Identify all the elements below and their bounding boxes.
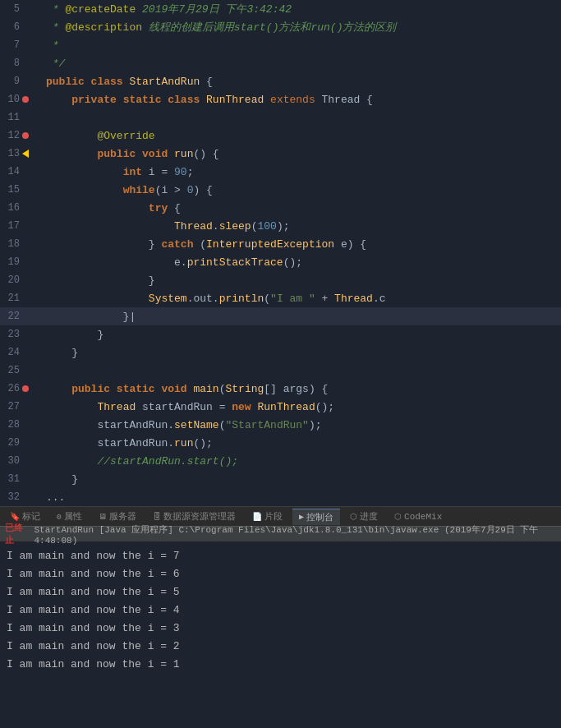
code-line: 24 } — [0, 343, 561, 362]
status-stopped: 已终止 — [5, 522, 30, 546]
code-line: 8 */ — [0, 54, 561, 72]
tab-控制台[interactable]: ▶控制台 — [292, 509, 340, 525]
code-text: } — [39, 347, 554, 359]
code-text: * — [39, 39, 554, 52]
code-text: }| — [39, 311, 554, 323]
code-line: 7 * — [0, 36, 561, 54]
code-text: } — [39, 473, 554, 486]
code-text: } — [39, 274, 554, 287]
code-text: ... — [39, 491, 554, 504]
tab-进度[interactable]: ⬡进度 — [343, 509, 384, 524]
code-line: 31 } — [0, 470, 561, 488]
code-text: @Override — [39, 130, 554, 142]
console-icon: ▶ — [299, 512, 304, 522]
code-text: System.out.println("I am " + Thread.c — [39, 293, 554, 305]
code-text: e.printStackTrace(); — [39, 256, 554, 269]
code-line: 22 }| — [0, 307, 561, 325]
tab-属性[interactable]: ⚙属性 — [50, 509, 89, 524]
code-line: 19 e.printStackTrace(); — [0, 253, 561, 271]
console-line: I am main and now the i = 7 — [7, 547, 554, 565]
snippet-icon: 📄 — [252, 512, 262, 522]
console-output: I am main and now the i = 7I am main and… — [0, 542, 561, 679]
code-line: 15 while(i > 0) { — [0, 181, 561, 199]
status-info: StartAndRun [Java 应用程序] C:\Program Files… — [34, 523, 556, 546]
code-text: Thread.sleep(100); — [39, 220, 554, 233]
code-line: 29 startAndRun.run(); — [0, 434, 561, 452]
code-text: startAndRun.setName("StartAndRun"); — [39, 419, 554, 431]
code-text: //startAndRun.start(); — [39, 455, 554, 468]
code-text: try { — [39, 202, 554, 214]
server-icon: 🖥 — [99, 512, 107, 522]
code-line: 11 — [0, 108, 561, 127]
code-line: 21 System.out.println("I am " + Thread.c — [0, 289, 561, 307]
tab-label: CodeMix — [404, 512, 442, 522]
breakpoint-dot[interactable] — [22, 96, 29, 103]
code-text: */ — [39, 58, 554, 70]
code-line: 25 — [0, 362, 561, 380]
code-line: 9public class StartAndRun { — [0, 72, 561, 90]
status-bar: 已终止 StartAndRun [Java 应用程序] C:\Program F… — [0, 526, 561, 542]
tab-label: 属性 — [64, 510, 82, 523]
code-line: 27 Thread startAndRun = new RunThread(); — [0, 398, 561, 416]
tab-数据源资源管理器[interactable]: 🗄数据源资源管理器 — [146, 509, 242, 524]
console-line: I am main and now the i = 2 — [7, 638, 554, 656]
tab-CodeMix[interactable]: ⬡CodeMix — [388, 510, 448, 523]
code-text: Thread startAndRun = new RunThread(); — [39, 401, 554, 413]
code-text: } catch (InterruptedException e) { — [39, 238, 554, 251]
current-line-indicator — [22, 150, 29, 158]
code-text: public static void main(String[] args) { — [39, 383, 554, 395]
properties-icon: ⚙ — [57, 512, 62, 522]
code-line: 10 private static class RunThread extend… — [0, 90, 561, 108]
code-line: 16 try { — [0, 199, 561, 217]
code-editor: 5 * @createDate 2019年7月29日 下午3:42:426 * … — [0, 0, 561, 506]
tab-label: 服务器 — [109, 510, 136, 523]
code-line: 14 int i = 90; — [0, 163, 561, 181]
code-line: 13 public void run() { — [0, 145, 561, 163]
console-line: I am main and now the i = 6 — [7, 565, 554, 583]
code-line: 20 } — [0, 271, 561, 289]
code-line: 32... — [0, 488, 561, 506]
tab-label: 片段 — [264, 510, 283, 523]
tab-label: 数据源资源管理器 — [163, 510, 236, 523]
bookmark-icon: 🔖 — [10, 512, 20, 522]
console-line: I am main and now the i = 3 — [7, 620, 554, 638]
codemix-icon: ⬡ — [394, 512, 402, 522]
code-text: private static class RunThread extends T… — [39, 94, 554, 106]
code-line: 12 @Override — [0, 127, 561, 145]
tab-label: 进度 — [360, 510, 378, 523]
code-line: 18 } catch (InterruptedException e) { — [0, 235, 561, 253]
tab-label: 控制台 — [306, 511, 333, 523]
code-line: 17 Thread.sleep(100); — [0, 217, 561, 235]
tab-label: 标记 — [22, 510, 40, 523]
code-line: 5 * @createDate 2019年7月29日 下午3:42:42 — [0, 0, 561, 18]
code-line: 6 * @description 线程的创建后调用start()方法和run()… — [0, 18, 561, 36]
tab-服务器[interactable]: 🖥服务器 — [92, 509, 143, 524]
code-text: * @createDate 2019年7月29日 下午3:42:42 — [39, 2, 554, 16]
progress-icon: ⬡ — [350, 512, 357, 522]
code-line: 23 } — [0, 325, 561, 343]
tab-片段[interactable]: 📄片段 — [246, 509, 289, 524]
code-text: * @description 线程的创建后调用start()方法和run()方法… — [39, 20, 554, 35]
console-line: I am main and now the i = 4 — [7, 601, 554, 620]
breakpoint-dot[interactable] — [22, 132, 29, 139]
code-line: 26 public static void main(String[] args… — [0, 380, 561, 398]
code-text: } — [39, 329, 554, 341]
code-line: 28 startAndRun.setName("StartAndRun"); — [0, 416, 561, 434]
code-text: startAndRun.run(); — [39, 437, 554, 449]
console-line: I am main and now the i = 5 — [7, 583, 554, 601]
code-text: while(i > 0) { — [39, 184, 554, 196]
code-text: public class StartAndRun { — [39, 76, 554, 88]
code-text: int i = 90; — [39, 166, 554, 178]
code-line: 30 //startAndRun.start(); — [0, 452, 561, 470]
console-line: I am main and now the i = 1 — [7, 656, 554, 674]
breakpoint-dot[interactable] — [22, 385, 29, 392]
datasource-icon: 🗄 — [153, 512, 161, 522]
code-text: public void run() { — [39, 148, 554, 160]
